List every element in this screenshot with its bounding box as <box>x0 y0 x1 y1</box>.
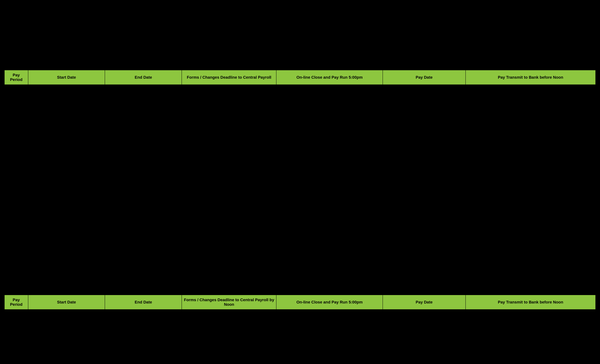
bottom-table-container: Pay Period Start Date End Date Forms / C… <box>4 295 596 309</box>
top-col-end-date: End Date <box>105 70 182 85</box>
bottom-col-forms-changes: Forms / Changes Deadline to Central Payr… <box>182 295 276 309</box>
top-payroll-table: Pay Period Start Date End Date Forms / C… <box>4 70 596 85</box>
top-col-pay-period: Pay Period <box>4 70 28 85</box>
top-col-pay-date: Pay Date <box>383 70 465 85</box>
bottom-col-pay-period: Pay Period <box>4 295 28 309</box>
bottom-header-row: Pay Period Start Date End Date Forms / C… <box>4 295 596 309</box>
bottom-payroll-table: Pay Period Start Date End Date Forms / C… <box>4 295 596 309</box>
bottom-col-online-close: On-line Close and Pay Run 5:00pm <box>276 295 383 309</box>
top-table-container: Pay Period Start Date End Date Forms / C… <box>4 70 596 85</box>
top-header-row: Pay Period Start Date End Date Forms / C… <box>4 70 596 85</box>
bottom-col-start-date: Start Date <box>28 295 105 309</box>
bottom-col-transmit: Pay Transmit to Bank before Noon <box>466 295 596 309</box>
top-col-start-date: Start Date <box>28 70 105 85</box>
top-col-forms-changes: Forms / Changes Deadline to Central Payr… <box>182 70 276 85</box>
bottom-col-end-date: End Date <box>105 295 182 309</box>
top-col-online-close: On-line Close and Pay Run 5:00pm <box>276 70 383 85</box>
top-col-transmit: Pay Transmit to Bank before Noon <box>466 70 596 85</box>
bottom-col-pay-date: Pay Date <box>383 295 465 309</box>
